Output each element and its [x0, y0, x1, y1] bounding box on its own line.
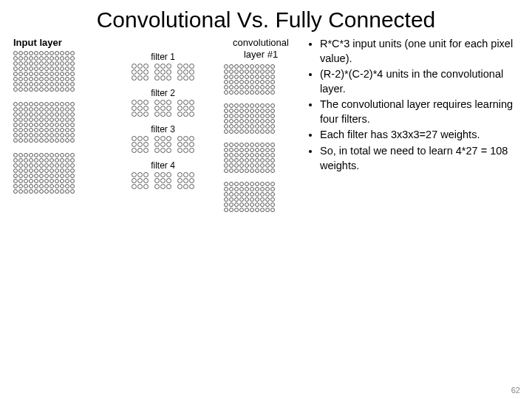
- unit-circle: [143, 136, 149, 141]
- unit-circle: [265, 163, 270, 168]
- unit-circle: [29, 163, 33, 168]
- unit-circle: [34, 82, 38, 86]
- unit-circle: [229, 163, 233, 168]
- unit-circle: [39, 61, 44, 66]
- unit-circle: [13, 133, 18, 137]
- unit-circle: [143, 142, 149, 147]
- unit-circle: [245, 197, 249, 202]
- conv-layer-label: convolutionallayer #1: [224, 37, 298, 60]
- unit-circle: [239, 90, 244, 95]
- unit-circle: [70, 123, 75, 127]
- unit-circle: [154, 172, 160, 177]
- unit-circle: [50, 51, 54, 55]
- unit-circle: [255, 80, 259, 84]
- filter-label: filter 3: [117, 124, 209, 134]
- unit-circle: [239, 69, 244, 74]
- unit-circle: [60, 163, 64, 168]
- input-layer-column: Input layer: [13, 37, 102, 221]
- unit-circle: [255, 187, 259, 191]
- unit-circle: [229, 109, 233, 113]
- unit-circle: [39, 128, 44, 132]
- unit-circle: [177, 75, 183, 81]
- unit-grid: [224, 143, 298, 173]
- unit-circle: [44, 77, 49, 81]
- unit-circle: [65, 153, 69, 157]
- unit-circle: [260, 109, 265, 113]
- unit-circle: [239, 158, 244, 163]
- unit-circle: [260, 143, 265, 147]
- unit-circle: [24, 189, 28, 194]
- unit-circle: [166, 184, 171, 189]
- unit-circle: [70, 174, 75, 178]
- unit-circle: [44, 168, 49, 173]
- unit-circle: [18, 107, 23, 112]
- unit-circle: [224, 109, 228, 113]
- unit-circle: [60, 158, 64, 163]
- unit-circle: [265, 153, 270, 157]
- unit-circle: [29, 133, 33, 137]
- filter-label: filter 4: [117, 160, 209, 171]
- unit-circle: [143, 64, 149, 69]
- unit-circle: [234, 158, 239, 163]
- unit-circle: [34, 163, 38, 168]
- unit-circle: [50, 189, 54, 194]
- unit-circle: [224, 208, 228, 212]
- unit-circle: [250, 103, 254, 108]
- unit-circle: [245, 187, 249, 191]
- unit-circle: [239, 153, 244, 157]
- unit-circle: [250, 208, 254, 212]
- unit-circle: [24, 56, 28, 61]
- unit-circle: [160, 178, 166, 183]
- unit-circle: [13, 138, 18, 143]
- unit-circle: [234, 64, 239, 69]
- filter-row: [117, 172, 209, 189]
- unit-circle: [24, 184, 28, 188]
- unit-circle: [50, 82, 54, 86]
- unit-circle: [234, 109, 239, 113]
- unit-circle: [183, 75, 188, 81]
- unit-circle: [224, 114, 228, 118]
- unit-circle: [50, 158, 54, 163]
- unit-circle: [13, 77, 18, 81]
- unit-circle: [255, 202, 259, 207]
- bullet-list: R*C*3 input units (one unit for each pix…: [307, 37, 519, 173]
- unit-circle: [265, 158, 270, 163]
- unit-circle: [189, 148, 194, 153]
- unit-circle: [137, 112, 143, 117]
- unit-circle: [250, 153, 254, 157]
- unit-circle: [260, 197, 265, 202]
- unit-circle: [166, 69, 171, 75]
- unit-circle: [65, 61, 69, 66]
- unit-circle: [13, 174, 18, 178]
- unit-circle: [265, 197, 270, 202]
- unit-circle: [255, 148, 259, 152]
- unit-circle: [234, 197, 239, 202]
- unit-circle: [132, 112, 137, 117]
- unit-circle: [260, 124, 265, 129]
- unit-circle: [55, 102, 59, 106]
- unit-circle: [234, 119, 239, 123]
- unit-circle: [18, 128, 23, 132]
- unit-circle: [65, 77, 69, 81]
- unit-circle: [39, 168, 44, 173]
- unit-circle: [44, 66, 49, 71]
- unit-circle: [34, 153, 38, 157]
- unit-circle: [154, 64, 160, 69]
- unit-circle: [265, 64, 270, 69]
- unit-circle: [44, 112, 49, 117]
- unit-circle: [18, 72, 23, 76]
- unit-circle: [255, 85, 259, 89]
- unit-circle: [229, 148, 233, 152]
- unit-circle: [260, 75, 265, 79]
- unit-circle: [239, 202, 244, 207]
- unit-circle: [189, 172, 194, 177]
- unit-circle: [18, 77, 23, 81]
- unit-circle: [245, 114, 249, 118]
- unit-circle: [18, 158, 23, 163]
- unit-circle: [132, 100, 137, 105]
- unit-circle: [229, 192, 233, 197]
- unit-circle: [265, 119, 270, 123]
- unit-circle: [229, 208, 233, 212]
- unit-circle: [224, 80, 228, 84]
- unit-circle: [70, 163, 75, 168]
